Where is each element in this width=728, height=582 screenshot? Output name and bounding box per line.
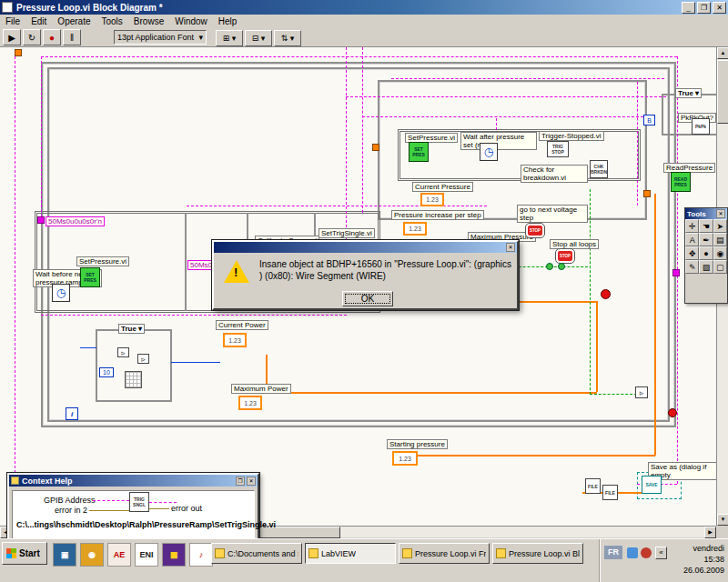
tray-clock[interactable]: vendredi 15:38 26.06.2009 <box>683 543 724 576</box>
setpressure-vi-icon[interactable]: SET PRES <box>80 267 100 287</box>
menu-operate[interactable]: Operate <box>52 16 96 26</box>
loop-condition-terminal[interactable] <box>668 408 677 417</box>
tools-palette-titlebar[interactable]: Tools ✕ <box>685 208 727 219</box>
distribute-objects-button[interactable]: ⊟ ▾ <box>245 30 272 46</box>
operator-node[interactable]: ▷ <box>137 354 149 364</box>
tunnel[interactable] <box>15 49 22 56</box>
color-copy-tool[interactable]: ✎ <box>685 260 699 274</box>
boolean-node[interactable] <box>546 263 553 270</box>
tunnel[interactable] <box>643 190 651 197</box>
menu-window[interactable]: Window <box>169 16 213 26</box>
stop-button-terminal[interactable]: STOP <box>526 224 544 237</box>
select-tool[interactable]: ▢ <box>713 260 727 274</box>
tunnel[interactable] <box>37 216 45 224</box>
scroll-tool[interactable]: ✥ <box>685 246 699 260</box>
maximize-button[interactable]: ❐ <box>697 2 711 14</box>
title-bar[interactable]: Pressure Loop.vi Block Diagram * _ ❐ ✕ <box>0 0 728 15</box>
menu-edit[interactable]: Edit <box>25 16 52 26</box>
maximum-power-indicator[interactable]: 1.23 <box>238 396 262 410</box>
color-tool[interactable]: ▨ <box>699 260 713 274</box>
boolean-constant[interactable]: B <box>643 115 655 125</box>
task-label: C:\Documents and Settin... <box>228 549 298 558</box>
check-breakdown-vi-icon[interactable]: CHK BRKDN <box>590 160 608 178</box>
font-selector[interactable]: 13pt Application Font ▾ <box>114 30 207 45</box>
wait-ms-icon[interactable]: ◷ <box>480 143 498 161</box>
probe-tool[interactable]: ◉ <box>713 246 727 260</box>
abort-button[interactable]: ● <box>43 29 61 45</box>
tray-day: vendredi <box>683 543 724 554</box>
pkpk-node-icon[interactable]: PkPk <box>692 118 710 135</box>
app-icon-gold[interactable]: ◉ <box>80 543 104 567</box>
run-continuous-button[interactable]: ↻ <box>23 29 41 45</box>
operator-node[interactable]: ▷ <box>117 347 129 357</box>
setpressure-vi-icon[interactable]: SET PRES <box>409 142 429 162</box>
tray-expand-icon[interactable]: « <box>655 547 667 559</box>
close-icon[interactable]: ✕ <box>716 209 725 218</box>
wire-tool[interactable]: ✒ <box>699 233 713 246</box>
context-help-title: Context Help <box>22 477 73 486</box>
app-icon-grid[interactable]: ▦ <box>162 543 186 567</box>
app-icon-ae[interactable]: AE <box>107 543 131 567</box>
operate-value-tool[interactable]: ☚ <box>699 219 713 233</box>
wire <box>590 189 591 395</box>
menu-tools[interactable]: Tools <box>96 16 128 26</box>
minimize-button[interactable]: _ <box>682 2 695 14</box>
taskbar-button[interactable]: LabVIEW <box>305 543 396 564</box>
reorder-button[interactable]: ⇅ ▾ <box>274 30 301 46</box>
error-dialog-titlebar[interactable]: ✕ <box>214 242 517 253</box>
close-icon[interactable]: ✕ <box>506 243 515 252</box>
app-icon-eni[interactable]: ENI <box>135 543 158 567</box>
breakpoint-tool[interactable]: ● <box>699 246 713 260</box>
pressure-increase-indicator[interactable]: 1.23 <box>403 222 427 236</box>
tunnel[interactable] <box>372 144 379 151</box>
close-button[interactable]: ✕ <box>713 2 726 14</box>
position-tool[interactable]: ➤ <box>713 219 727 233</box>
comparison-node[interactable]: ▷ <box>635 386 648 398</box>
ok-button[interactable]: OK <box>342 291 393 306</box>
scroll-up-icon[interactable]: ▲ <box>717 47 728 59</box>
readpressure-vi-icon[interactable]: READ PRES <box>671 172 691 192</box>
align-objects-button[interactable]: ⊞ ▾ <box>216 30 243 46</box>
maximize-icon[interactable]: ❐ <box>236 477 245 486</box>
taskbar-button[interactable]: Pressure Loop.vi Front P... <box>399 543 490 564</box>
boolean-node[interactable] <box>558 263 565 270</box>
wire <box>362 116 648 117</box>
edit-text-tool[interactable]: A <box>685 233 699 246</box>
vertical-scroll-thumb[interactable] <box>717 60 728 124</box>
current-power-indicator[interactable]: 1.23 <box>223 333 247 347</box>
shortcut-menu-tool[interactable]: ▤ <box>713 233 727 246</box>
app-icon-audio[interactable]: ♪ <box>189 543 213 567</box>
current-pressure-indicator[interactable]: 1.23 <box>420 193 444 206</box>
trigger-stopped-vi-icon[interactable]: TRIG STOP <box>547 141 569 157</box>
menu-file[interactable]: File <box>0 16 25 26</box>
menu-browse[interactable]: Browse <box>128 16 169 26</box>
start-button[interactable]: Start <box>2 542 47 565</box>
iteration-terminal[interactable]: i <box>66 407 78 420</box>
taskbar-button[interactable]: C:\Documents and Settin... <box>211 543 302 564</box>
scroll-right-icon[interactable]: ▶ <box>704 527 716 538</box>
tray-icon[interactable] <box>641 547 652 558</box>
save-vi-icon[interactable]: SAVE <box>642 476 662 494</box>
tunnel[interactable] <box>672 269 680 276</box>
file-path-node[interactable]: FILE <box>585 478 601 494</box>
context-help-titlebar[interactable]: Context Help ❐ ✕ <box>9 475 258 487</box>
menu-help[interactable]: Help <box>213 16 243 26</box>
starting-pressure-control[interactable]: 1.23 <box>392 451 418 466</box>
language-indicator[interactable]: FR <box>604 546 622 559</box>
stop-all-loops-terminal[interactable]: STOP <box>556 249 574 263</box>
scroll-down-icon[interactable]: ▼ <box>717 514 728 526</box>
array-node-icon[interactable] <box>125 371 142 388</box>
close-icon[interactable]: ✕ <box>247 477 256 486</box>
file-path-node[interactable]: FILE <box>602 485 618 500</box>
tray-icon[interactable] <box>627 547 638 558</box>
round-led[interactable] <box>601 289 611 299</box>
run-button[interactable]: ▶ <box>3 29 21 45</box>
task-label: Pressure Loop.vi Front P... <box>415 549 486 558</box>
auto-tool-select[interactable]: ✛ <box>685 219 699 233</box>
wait-ms-icon[interactable]: ◷ <box>52 284 70 302</box>
wire <box>266 392 597 394</box>
numeric-constant[interactable]: 10 <box>99 367 114 377</box>
taskbar-button[interactable]: Pressure Loop.vi Block Di... <box>492 543 583 564</box>
pause-button[interactable]: ‖ <box>63 29 81 45</box>
show-desktop-icon[interactable]: ▣ <box>53 543 76 567</box>
